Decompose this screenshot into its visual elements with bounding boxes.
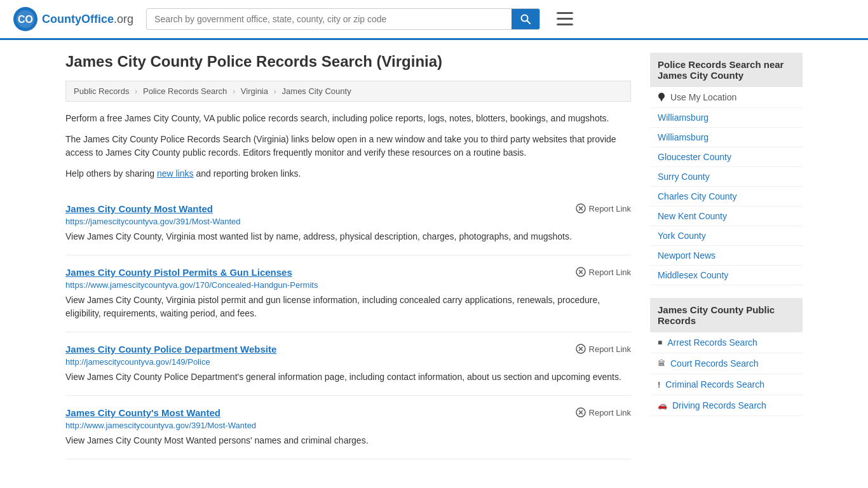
result-url: https://jamescitycountyva.gov/391/Most-W… (65, 217, 631, 226)
result-url: http://jamescitycountyva.gov/149/Police (65, 357, 631, 367)
criminal-records-icon: ! (658, 380, 660, 390)
result-item: James City County Police Department Webs… (65, 332, 631, 396)
menu-button[interactable] (553, 8, 577, 30)
description-2: The James City County Police Records Sea… (65, 133, 631, 159)
search-button[interactable] (512, 9, 539, 29)
description-1: Perform a free James City County, VA pub… (65, 112, 631, 125)
report-link-button[interactable]: Report Link (576, 203, 631, 214)
criminal-records-link[interactable]: Criminal Records Search (665, 379, 764, 390)
nearby-link[interactable]: Middlesex County (658, 270, 728, 280)
breadcrumb-james-city[interactable]: James City County (282, 86, 351, 96)
report-link-button[interactable]: Report Link (576, 344, 631, 354)
main-layout: James City County Police Records Search … (53, 40, 815, 472)
result-url: http://www.jamescitycountyva.gov/391/Mos… (65, 421, 631, 430)
content-area: James City County Police Records Search … (65, 53, 631, 459)
sidebar-use-location[interactable]: Use My Location (650, 87, 803, 108)
report-icon (576, 344, 586, 354)
sidebar-nearby-section: Police Records Search near James City Co… (650, 53, 803, 285)
sidebar-nearby-newport[interactable]: Newport News (650, 246, 803, 266)
breadcrumb-sep-2: › (233, 86, 235, 96)
nearby-link[interactable]: Newport News (658, 250, 715, 261)
nearby-link[interactable]: Surry County (658, 172, 710, 182)
breadcrumb: Public Records › Police Records Search ›… (65, 81, 631, 102)
report-icon (576, 267, 586, 277)
hamburger-icon (557, 12, 573, 26)
arrest-records-icon: ■ (658, 338, 662, 347)
sidebar-driving-records[interactable]: 🚗 Driving Records Search (650, 395, 803, 416)
report-link-button[interactable]: Report Link (576, 267, 631, 277)
result-header: James City County's Most Wanted Report L… (65, 407, 631, 418)
nearby-link[interactable]: Gloucester County (658, 152, 731, 162)
court-records-icon: 🏛 (658, 359, 665, 368)
new-links-link[interactable]: new links (157, 168, 194, 179)
result-desc: View James City County Most Wanted perso… (65, 434, 631, 447)
report-icon (576, 203, 586, 214)
breadcrumb-sep-1: › (135, 86, 137, 96)
search-input[interactable] (147, 9, 512, 29)
svg-rect-5 (557, 12, 573, 14)
sidebar-nearby-gloucester[interactable]: Gloucester County (650, 147, 803, 167)
nearby-link[interactable]: Williamsburg (658, 132, 709, 142)
result-desc: View James City County, Virginia most wa… (65, 230, 631, 243)
header: CO CountyOffice.org (0, 0, 868, 40)
nearby-link[interactable]: Charles City County (658, 191, 737, 201)
search-bar (146, 8, 540, 30)
logo-text: CountyOffice.org (42, 13, 133, 26)
result-desc: View James City County, Virginia pistol … (65, 294, 631, 320)
driving-records-icon: 🚗 (658, 401, 667, 410)
result-title[interactable]: James City County's Most Wanted (65, 407, 220, 418)
report-link-button[interactable]: Report Link (576, 407, 631, 417)
sidebar-criminal-records[interactable]: ! Criminal Records Search (650, 374, 803, 395)
court-records-link[interactable]: Court Records Search (670, 358, 759, 369)
result-url: https://www.jamescitycountyva.gov/170/Co… (65, 280, 631, 290)
breadcrumb-police-records[interactable]: Police Records Search (143, 86, 227, 96)
nearby-link[interactable]: New Kent County (658, 211, 727, 221)
logo-icon: CO (13, 6, 38, 32)
svg-marker-21 (660, 98, 663, 102)
result-title[interactable]: James City County Police Department Webs… (65, 344, 276, 355)
logo[interactable]: CO CountyOffice.org (13, 6, 133, 32)
svg-rect-6 (557, 18, 573, 20)
sidebar-public-records-title: James City County Public Records (650, 298, 803, 332)
result-item: James City County Most Wanted Report Lin… (65, 192, 631, 255)
result-title[interactable]: James City County Most Wanted (65, 203, 213, 214)
result-header: James City County Most Wanted Report Lin… (65, 203, 631, 214)
result-item: James City County Pistol Permits & Gun L… (65, 255, 631, 332)
svg-text:CO: CO (18, 14, 33, 25)
breadcrumb-public-records[interactable]: Public Records (74, 86, 129, 96)
sidebar-nearby-middlesex[interactable]: Middlesex County (650, 266, 803, 285)
sidebar-nearby-charles[interactable]: Charles City County (650, 187, 803, 207)
nearby-link[interactable]: Williamsburg (658, 112, 709, 123)
sidebar-nearby-york[interactable]: York County (650, 226, 803, 246)
search-icon (520, 14, 531, 24)
breadcrumb-virginia[interactable]: Virginia (241, 86, 268, 96)
result-desc: View James City County Police Department… (65, 370, 631, 384)
nearby-link[interactable]: York County (658, 231, 706, 241)
svg-rect-7 (557, 24, 573, 25)
results-list: James City County Most Wanted Report Lin… (65, 192, 631, 459)
sidebar-arrest-records[interactable]: ■ Arrest Records Search (650, 332, 803, 353)
breadcrumb-sep-3: › (274, 86, 276, 96)
sidebar: Police Records Search near James City Co… (650, 53, 803, 459)
sidebar-nearby-williamsburg-2[interactable]: Williamsburg (650, 128, 803, 147)
arrest-records-link[interactable]: Arrest Records Search (667, 337, 757, 348)
result-header: James City County Police Department Webs… (65, 344, 631, 355)
result-title[interactable]: James City County Pistol Permits & Gun L… (65, 267, 292, 278)
sidebar-nearby-williamsburg-1[interactable]: Williamsburg (650, 108, 803, 128)
use-location-label: Use My Location (670, 92, 736, 102)
driving-records-link[interactable]: Driving Records Search (672, 400, 766, 410)
page-title: James City County Police Records Search … (65, 53, 631, 71)
location-pin-icon (658, 92, 665, 102)
result-header: James City County Pistol Permits & Gun L… (65, 267, 631, 278)
sidebar-nearby-new-kent[interactable]: New Kent County (650, 207, 803, 226)
sidebar-nearby-title: Police Records Search near James City Co… (650, 53, 803, 87)
description-3: Help others by sharing new links and rep… (65, 167, 631, 180)
sidebar-public-records-section: James City County Public Records ■ Arres… (650, 298, 803, 416)
result-item: James City County's Most Wanted Report L… (65, 396, 631, 459)
sidebar-court-records[interactable]: 🏛 Court Records Search (650, 353, 803, 374)
svg-line-4 (527, 21, 531, 24)
sidebar-nearby-surry[interactable]: Surry County (650, 167, 803, 187)
report-icon (576, 407, 586, 417)
